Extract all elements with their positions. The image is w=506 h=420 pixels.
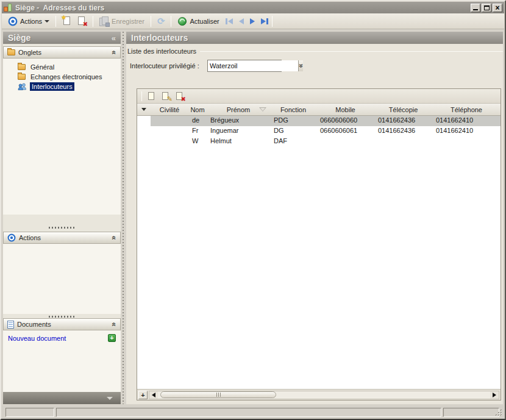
previous-record-button[interactable] <box>239 18 244 24</box>
column-header-fonction[interactable]: Fonction <box>270 104 316 115</box>
collapse-sidebar-icon[interactable]: « <box>112 34 116 43</box>
column-header-mobile[interactable]: Mobile <box>316 104 374 115</box>
cell-mobile <box>316 137 374 147</box>
main-toolbar: Actions ★ ✖ Enregistrer ⟳ Actualiser <box>2 13 504 29</box>
status-cell <box>443 408 499 417</box>
privileged-contact-input[interactable] <box>208 60 298 71</box>
toolbar-separator <box>93 16 93 27</box>
table-row[interactable]: de Brégueux PDG 0660606060 0141662436 01… <box>137 116 501 126</box>
cell-telephone <box>432 137 501 147</box>
first-record-icon <box>228 18 233 24</box>
toolbar-separator <box>151 16 151 27</box>
delete-record-button[interactable]: ✖ <box>74 15 89 28</box>
sidebar-header: Siège « <box>3 32 121 44</box>
groupbox-label: Liste des interlocuteurs <box>127 48 503 55</box>
documents-section-label: Documents <box>17 321 109 328</box>
actions-menu-label: Actions <box>20 18 42 25</box>
privileged-contact-label: Interlocuteur privilégié : <box>130 62 207 69</box>
content-area: Siège « Onglets « Général <box>2 30 504 405</box>
row-selector-header[interactable] <box>137 104 151 115</box>
column-header-civilite[interactable]: Civilité <box>151 104 188 115</box>
privileged-contact-combobox[interactable]: « <box>207 60 282 72</box>
minimize-button[interactable] <box>471 4 480 12</box>
table-row[interactable]: W Helmut DAF <box>137 137 501 147</box>
chevron-down-icon <box>141 108 146 111</box>
column-header-prenom[interactable]: Prénom <box>207 104 270 115</box>
folder-icon <box>18 74 26 80</box>
column-header-nom[interactable]: Nom <box>188 104 207 115</box>
folder-icon <box>18 64 26 70</box>
arrow-right-icon <box>493 393 496 397</box>
next-record-button[interactable] <box>250 18 255 24</box>
vertical-splitter[interactable] <box>123 32 124 404</box>
scrollbar-thumb[interactable] <box>160 391 276 398</box>
tree-item-interlocuteurs[interactable]: Interlocuteurs <box>9 82 121 91</box>
contacts-grid: ✎ ✖ Civilité Nom Prénom Fonction Mobile … <box>137 88 501 400</box>
main-pane: Interlocuteurs Liste des interlocuteurs … <box>126 32 503 404</box>
onglets-section: Onglets « <box>3 46 121 59</box>
splitter-handle[interactable] <box>49 227 76 229</box>
grid-header-row: Civilité Nom Prénom Fonction Mobile Télé… <box>137 104 501 116</box>
grid-toolbar: ✎ ✖ <box>137 89 501 104</box>
app-icon <box>4 4 12 12</box>
onglets-tree: Général Echanges électroniques <box>3 59 121 91</box>
add-row-button[interactable]: + <box>138 391 148 399</box>
first-record-button[interactable] <box>226 18 233 24</box>
refresh-label: Actualiser <box>190 18 219 25</box>
combobox-dropdown-button[interactable]: « <box>298 60 303 71</box>
grid-body: de Brégueux PDG 0660606060 0141662436 01… <box>137 116 501 389</box>
collapse-section-icon[interactable]: « <box>110 322 119 327</box>
actions-menu-button[interactable]: Actions <box>5 15 52 28</box>
cell-mobile: 0660606061 <box>316 126 374 137</box>
column-header-telecopie[interactable]: Télécopie <box>374 104 432 115</box>
main-pane-header: Interlocuteurs <box>126 32 503 44</box>
scroll-right-button[interactable] <box>490 391 499 399</box>
toolbar-separator <box>55 16 56 27</box>
horizontal-scrollbar[interactable] <box>149 391 499 399</box>
grid-edit-button[interactable]: ✎ <box>162 91 171 101</box>
sidebar-footer-bar[interactable] <box>3 392 121 404</box>
row-selector-cell[interactable] <box>137 137 151 147</box>
table-row[interactable]: Fr Inguemar DG 0660606061 0141662436 014… <box>137 126 501 137</box>
row-selector-cell[interactable] <box>137 126 151 137</box>
sync-button[interactable]: ⟳ <box>155 15 168 28</box>
resize-grip[interactable] <box>495 409 503 417</box>
new-document-link[interactable]: Nouveau document <box>8 335 108 342</box>
tree-item-general[interactable]: Général <box>9 62 121 72</box>
delete-document-icon: ✖ <box>77 16 87 26</box>
grid-new-button[interactable] <box>148 91 157 101</box>
row-selector-cell[interactable] <box>137 116 151 126</box>
save-button[interactable]: Enregistrer <box>97 15 147 28</box>
collapse-section-icon[interactable]: « <box>110 51 119 55</box>
refresh-icon <box>177 16 187 26</box>
page-title: Interlocuteurs <box>131 33 498 43</box>
toolbar-separator <box>141 91 142 101</box>
grid-delete-button[interactable]: ✖ <box>176 91 185 101</box>
new-record-button[interactable]: ★ <box>60 15 74 28</box>
tree-item-label: Interlocuteurs <box>30 82 74 91</box>
main-pane-body: Liste des interlocuteurs Interlocuteur p… <box>126 44 503 404</box>
tree-item-echanges-electroniques[interactable]: Echanges électroniques <box>9 72 121 82</box>
splitter-handle[interactable] <box>49 316 76 318</box>
scroll-left-button[interactable] <box>149 391 158 399</box>
cell-prenom: Inguemar <box>207 126 270 137</box>
minimize-icon <box>473 9 478 10</box>
target-icon <box>7 233 16 242</box>
target-icon <box>8 16 18 26</box>
maximize-button[interactable] <box>482 4 491 12</box>
add-document-button[interactable]: + <box>108 334 116 342</box>
onglets-section-header[interactable]: Onglets « <box>3 46 121 59</box>
close-button[interactable]: × <box>493 4 502 12</box>
record-navigator <box>226 18 268 24</box>
privileged-contact-row: Interlocuteur privilégié : « <box>130 60 282 72</box>
collapse-section-icon[interactable]: « <box>110 236 119 240</box>
actions-section-header[interactable]: Actions « <box>3 232 121 244</box>
cell-nom: Fr <box>188 126 207 137</box>
chevron-down-icon <box>45 20 49 23</box>
cell-fonction: PDG <box>270 116 316 126</box>
last-record-button[interactable] <box>261 18 268 24</box>
column-header-telephone[interactable]: Téléphone <box>432 104 501 115</box>
status-cell <box>56 408 441 417</box>
refresh-button[interactable]: Actualiser <box>175 15 221 28</box>
documents-section-header[interactable]: Documents « <box>3 318 121 330</box>
